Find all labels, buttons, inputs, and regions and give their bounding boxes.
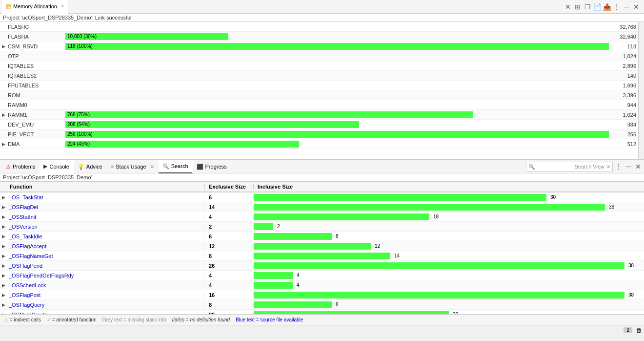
memory-bar: 224 (43%): [65, 141, 299, 148]
indirect-icon: ⚠: [4, 317, 8, 322]
legend-indirect-text: = indirect calls: [10, 317, 41, 322]
stack-row[interactable]: ▶_OSVersion22: [0, 222, 644, 232]
top-tab-bar: ▦ Memory Allocation × ✕ ⊞ ❐ 📄 📤 ⋮ ─ ✕: [0, 0, 644, 14]
row-expand-icon[interactable]: ▶: [2, 273, 8, 278]
legend-blue-text: Blue text = source file available: [236, 317, 303, 322]
memory-bar: 118 (100%): [65, 43, 609, 50]
fn-name: _OS_TaskStat: [9, 194, 43, 200]
bottom-close-btn[interactable]: ✕: [634, 163, 642, 170]
memory-tab-close[interactable]: ×: [61, 3, 64, 9]
delete-icon[interactable]: 🗑: [636, 327, 642, 334]
memory-row-name: DMA: [7, 141, 65, 147]
close-tab-btn[interactable]: ✕: [564, 3, 572, 11]
memory-row[interactable]: OTP1,024: [0, 51, 638, 61]
memory-row[interactable]: DEV_EMU208 (54%)384: [0, 120, 638, 129]
memory-scrollbar[interactable]: [638, 22, 644, 159]
row-expand-icon[interactable]: ▶: [2, 214, 8, 219]
memory-row[interactable]: IQTABLES2,896: [0, 61, 638, 71]
stack-in-cell: 12: [254, 241, 644, 251]
search-view-input[interactable]: [535, 164, 574, 170]
row-expand-icon[interactable]: ▶: [2, 254, 8, 258]
stack-row[interactable]: ▶_OSFlagPost1638: [0, 290, 644, 300]
memory-row[interactable]: PIE_VECT256 (100%)256: [0, 129, 638, 139]
tab-search[interactable]: 🔍 Search: [159, 160, 193, 173]
memory-row[interactable]: ▶CSM_RSVD118 (100%)118: [0, 42, 638, 51]
tab-console[interactable]: ▶ Console: [40, 160, 73, 173]
stack-row[interactable]: ▶_OSFlagDel1436: [0, 202, 644, 212]
row-expand-icon[interactable]: ▶: [2, 283, 8, 288]
bottom-menu-btn[interactable]: ⋮: [615, 163, 623, 170]
memory-row[interactable]: ▶DMA224 (43%)512: [0, 139, 638, 149]
view-menu-btn[interactable]: 📄: [593, 3, 601, 11]
tab-advice[interactable]: 💡 Advice: [74, 160, 107, 173]
inclusive-bar: [254, 311, 449, 314]
memory-row[interactable]: FPUTABLES1,696: [0, 81, 638, 90]
stack-fn-cell: ▶_OSStatInit: [0, 214, 205, 220]
row-expand-icon[interactable]: ▶: [2, 302, 8, 307]
memory-row-value: 32,640: [609, 34, 638, 40]
minimize-btn[interactable]: ─: [623, 3, 630, 11]
inclusive-bar: [254, 223, 273, 230]
fn-name: _OSFlagNameGet: [9, 253, 53, 259]
bottom-minimize-btn[interactable]: ─: [624, 163, 632, 170]
memory-row-name: FLASHC: [7, 24, 65, 30]
expand-icon[interactable]: ▶: [0, 142, 7, 147]
search-view-label: Search View: [574, 164, 604, 170]
memory-row[interactable]: ROM3,396: [0, 90, 638, 100]
close-panel-btn[interactable]: ✕: [632, 3, 640, 11]
restore-btn[interactable]: ❐: [584, 3, 591, 11]
tab-stack-close[interactable]: ✕: [150, 164, 154, 170]
stack-row[interactable]: ▶_OSFlagQuery88: [0, 300, 644, 310]
inclusive-label: 4: [297, 282, 300, 288]
row-expand-icon[interactable]: ▶: [2, 195, 8, 200]
stack-in-cell: 36: [254, 202, 644, 212]
row-expand-icon[interactable]: ▶: [2, 224, 8, 229]
tab-problems[interactable]: ⚠ Problems: [2, 160, 40, 173]
fn-name: _OSVersion: [9, 224, 38, 230]
memory-row-value: 1,696: [609, 83, 638, 88]
stack-row[interactable]: ▶_OSFlagNameGet814: [0, 251, 644, 261]
legend-italic: Italics = no definition found: [172, 317, 230, 322]
stack-row[interactable]: ▶_OSMemCreate2020: [0, 310, 644, 314]
stack-row[interactable]: ▶_OSSchedLock44: [0, 280, 644, 290]
stack-fn-cell: ▶_OS_TaskStat: [0, 194, 205, 200]
search-view-icon: 🔍: [528, 164, 535, 170]
ellipsis-btn[interactable]: ⋮: [613, 3, 621, 11]
tab-progress[interactable]: ⬛ Progress: [193, 160, 231, 173]
stack-row[interactable]: ▶_OSFlagAccept1212: [0, 241, 644, 251]
search-view-box[interactable]: 🔍 Search View ✕: [526, 162, 613, 171]
memory-tab-icon: ▦: [6, 3, 11, 10]
export-btn[interactable]: 📤: [603, 3, 611, 11]
row-expand-icon[interactable]: ▶: [2, 263, 8, 268]
memory-row[interactable]: FLASHA10,003 (30%)32,640: [0, 32, 638, 42]
memory-row[interactable]: RAMM0944: [0, 100, 638, 110]
search-tab-icon: 🔍: [162, 163, 169, 170]
memory-row[interactable]: FLASHC32,768: [0, 22, 638, 32]
row-expand-icon[interactable]: ▶: [2, 293, 8, 298]
stack-table[interactable]: Function Exclusive Size Inclusive Size ▶…: [0, 182, 644, 314]
row-expand-icon[interactable]: ▶: [2, 244, 8, 249]
stack-in-cell: 38: [254, 290, 644, 299]
stack-row[interactable]: ▶_OSStatInit418: [0, 212, 644, 222]
inclusive-label: 2: [277, 224, 280, 229]
memory-allocation-tab[interactable]: ▦ Memory Allocation ×: [2, 0, 68, 14]
expand-icon[interactable]: ▶: [0, 44, 7, 49]
memory-row[interactable]: IQTABLES2140: [0, 71, 638, 81]
stack-row[interactable]: ▶_OS_TaskStat630: [0, 192, 644, 202]
stack-header: Function Exclusive Size Inclusive Size: [0, 182, 644, 192]
stack-row[interactable]: ▶_OSFlagPendGetFlagsRdy44: [0, 271, 644, 280]
tab-stack-usage[interactable]: ≡ Stack Usage ✕: [107, 160, 159, 173]
maximize-btn[interactable]: ⊞: [574, 3, 582, 11]
memory-row[interactable]: ▶RAMM1768 (75%)1,024: [0, 110, 638, 120]
row-expand-icon[interactable]: ▶: [2, 205, 8, 210]
search-view-close[interactable]: ✕: [606, 164, 610, 170]
stack-row[interactable]: ▶_OSFlagPend2638: [0, 261, 644, 271]
memory-panel[interactable]: FLASHC32,768FLASHA10,003 (30%)32,640▶CSM…: [0, 22, 644, 160]
expand-icon[interactable]: ▶: [0, 112, 7, 117]
fn-name: _OSFlagAccept: [9, 243, 46, 249]
stack-ex-cell: 8: [205, 302, 254, 308]
row-expand-icon[interactable]: ▶: [2, 234, 8, 239]
stack-fn-cell: ▶_OSFlagPendGetFlagsRdy: [0, 273, 205, 278]
progress-icon: ⬛: [197, 164, 203, 170]
stack-row[interactable]: ▶_OS_TaskIdle68: [0, 232, 644, 241]
